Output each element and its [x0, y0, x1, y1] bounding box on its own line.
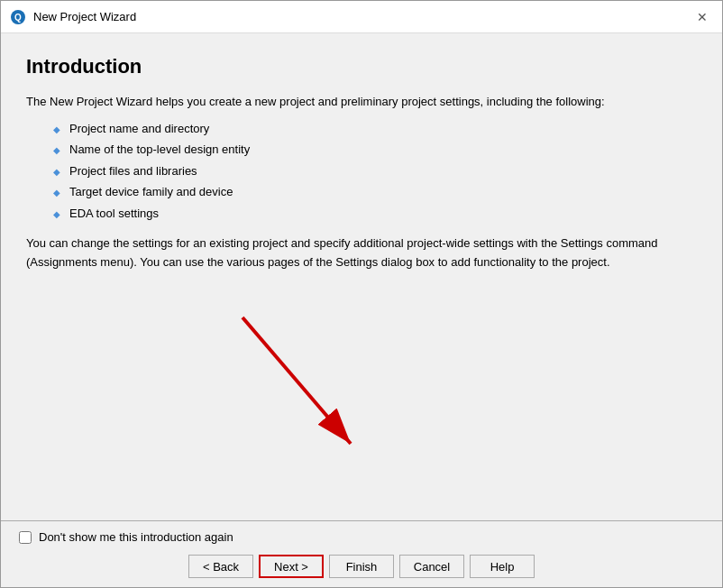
bullet-icon: ◆: [53, 143, 60, 157]
arrow-area: [26, 281, 697, 444]
intro-description: The New Project Wizard helps you create …: [26, 93, 697, 111]
feature-list: ◆ Project name and directory ◆ Name of t…: [53, 120, 697, 223]
svg-line-3: [243, 317, 351, 444]
svg-text:Q: Q: [14, 13, 22, 23]
list-item-text: Name of the top-level design entity: [69, 141, 250, 159]
list-item-text: Project name and directory: [69, 120, 209, 138]
button-row: < Back Next > Finish Cancel Help: [19, 555, 704, 578]
bottom-area: Don't show me this introduction again < …: [1, 520, 722, 587]
list-item: ◆ Project name and directory: [53, 120, 697, 138]
list-item: ◆ Name of the top-level design entity: [53, 141, 697, 159]
arrow-graphic: [188, 299, 387, 480]
bullet-icon: ◆: [53, 165, 60, 179]
extra-description: You can change the settings for an exist…: [26, 234, 697, 272]
dont-show-checkbox[interactable]: [19, 531, 32, 544]
main-content: Introduction The New Project Wizard help…: [1, 33, 722, 520]
list-item: ◆ Project files and libraries: [53, 162, 697, 180]
finish-button[interactable]: Finish: [329, 555, 394, 578]
list-item: ◆ Target device family and device: [53, 183, 697, 201]
main-window: Q New Project Wizard ✕ Introduction The …: [0, 0, 723, 588]
list-item-text: Project files and libraries: [69, 162, 197, 180]
dont-show-label[interactable]: Don't show me this introduction again: [39, 530, 233, 544]
list-item: ◆ EDA tool settings: [53, 205, 697, 223]
app-icon: Q: [10, 9, 26, 25]
list-item-text: Target device family and device: [69, 183, 233, 201]
bullet-icon: ◆: [53, 207, 60, 221]
close-button[interactable]: ✕: [691, 9, 713, 25]
help-button[interactable]: Help: [470, 555, 535, 578]
page-title: Introduction: [26, 55, 697, 78]
cancel-button[interactable]: Cancel: [399, 555, 464, 578]
title-bar: Q New Project Wizard ✕: [1, 1, 722, 33]
next-button[interactable]: Next >: [259, 555, 324, 578]
list-item-text: EDA tool settings: [69, 205, 159, 223]
checkbox-row: Don't show me this introduction again: [19, 530, 704, 544]
back-button[interactable]: < Back: [188, 555, 253, 578]
bullet-icon: ◆: [53, 186, 60, 199]
window-title: New Project Wizard: [33, 10, 691, 23]
bullet-icon: ◆: [53, 123, 60, 136]
